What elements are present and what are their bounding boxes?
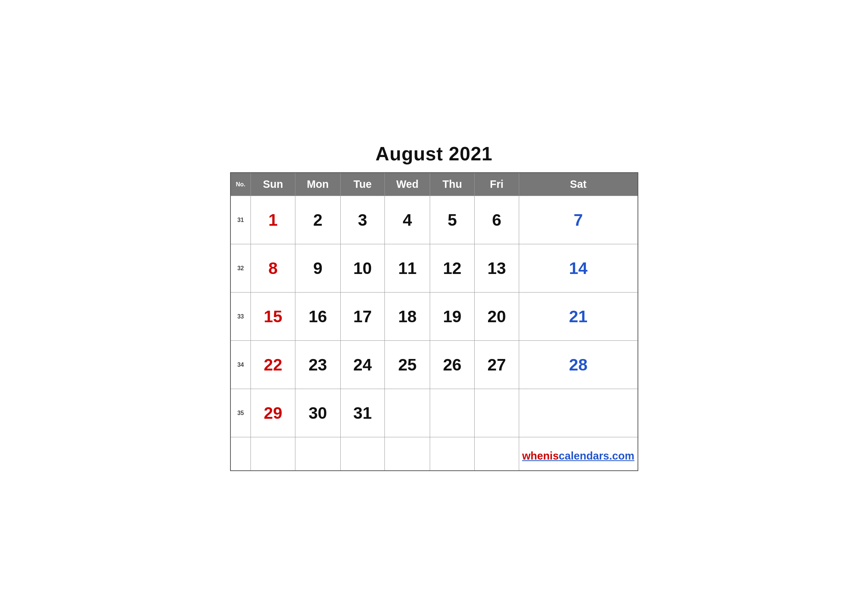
credit-link[interactable]: wheniscalendars.com (522, 450, 635, 462)
day-cell-empty (430, 437, 474, 471)
day-cell: 25 (385, 341, 430, 389)
credit-rest: calendars.com (559, 450, 635, 462)
day-cell: 31 (340, 389, 385, 437)
day-cell: 3 (340, 196, 385, 244)
day-cell (430, 389, 474, 437)
week-number: 31 (231, 196, 251, 244)
col-header-fri: Fri (474, 173, 519, 196)
extra-row: wheniscalendars.com (231, 437, 638, 471)
day-cell: 15 (251, 293, 295, 341)
day-cell: 19 (430, 293, 474, 341)
day-cell: 12 (430, 244, 474, 293)
day-cell: 8 (251, 244, 295, 293)
col-header-tue: Tue (340, 173, 385, 196)
day-cell: 29 (251, 389, 295, 437)
day-cell: 7 (519, 196, 637, 244)
day-cell: 22 (251, 341, 295, 389)
credit-when: whenis (522, 450, 559, 462)
day-cell: 2 (295, 196, 340, 244)
col-header-sat: Sat (519, 173, 637, 196)
credit-cell: wheniscalendars.com (519, 437, 637, 471)
calendar-week-row: 3422232425262728 (231, 341, 638, 389)
week-number: 35 (231, 389, 251, 437)
day-cell-empty (295, 437, 340, 471)
day-cell (385, 389, 430, 437)
calendar-title: August 2021 (230, 143, 638, 165)
calendar-week-row: 3315161718192021 (231, 293, 638, 341)
day-cell-empty (385, 437, 430, 471)
week-number: 32 (231, 244, 251, 293)
week-number: 33 (231, 293, 251, 341)
week-number: 34 (231, 341, 251, 389)
day-cell: 28 (519, 341, 637, 389)
calendar-week-row: 35293031 (231, 389, 638, 437)
col-header-wed: Wed (385, 173, 430, 196)
calendar-week-row: 311234567 (231, 196, 638, 244)
calendar-container: August 2021 No. Sun Mon Tue Wed Thu Fri … (230, 143, 638, 471)
day-cell: 11 (385, 244, 430, 293)
day-cell: 14 (519, 244, 637, 293)
day-cell: 27 (474, 341, 519, 389)
day-cell: 18 (385, 293, 430, 341)
day-cell: 13 (474, 244, 519, 293)
day-cell: 1 (251, 196, 295, 244)
col-header-sun: Sun (251, 173, 295, 196)
header-row: No. Sun Mon Tue Wed Thu Fri Sat (231, 173, 638, 196)
day-cell-empty (340, 437, 385, 471)
day-cell: 9 (295, 244, 340, 293)
day-cell: 24 (340, 341, 385, 389)
col-header-mon: Mon (295, 173, 340, 196)
day-cell: 6 (474, 196, 519, 244)
day-cell: 20 (474, 293, 519, 341)
day-cell (474, 389, 519, 437)
day-cell: 17 (340, 293, 385, 341)
day-cell: 26 (430, 341, 474, 389)
day-cell-empty (251, 437, 295, 471)
day-cell: 23 (295, 341, 340, 389)
col-header-thu: Thu (430, 173, 474, 196)
day-cell-empty (474, 437, 519, 471)
calendar-body: 3112345673289101112131433151617181920213… (231, 196, 638, 471)
day-cell: 10 (340, 244, 385, 293)
calendar-table: No. Sun Mon Tue Wed Thu Fri Sat 31123456… (230, 172, 638, 471)
day-cell: 4 (385, 196, 430, 244)
day-cell: 21 (519, 293, 637, 341)
week-number-empty (231, 437, 251, 471)
day-cell: 16 (295, 293, 340, 341)
calendar-week-row: 32891011121314 (231, 244, 638, 293)
day-cell (519, 389, 637, 437)
col-header-no: No. (231, 173, 251, 196)
day-cell: 5 (430, 196, 474, 244)
day-cell: 30 (295, 389, 340, 437)
